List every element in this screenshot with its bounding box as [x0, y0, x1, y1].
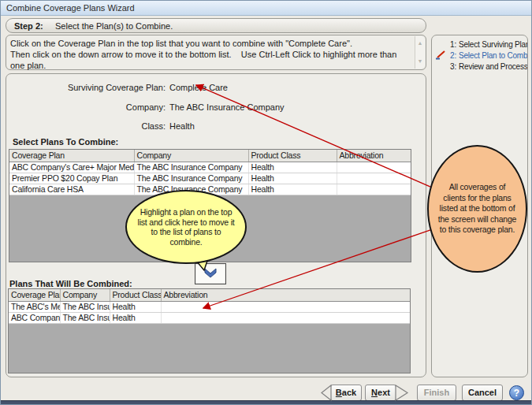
table-row[interactable]: ABC Company'sThe ABC InsuraHealth — [9, 312, 410, 323]
step-title: Select the Plan(s) to Combine. — [55, 19, 173, 34]
table-cell[interactable] — [337, 173, 411, 184]
table-cell[interactable]: The ABC's Med — [9, 301, 60, 312]
column-header[interactable]: Product Class — [248, 150, 337, 162]
finish-button: Finish — [417, 385, 456, 401]
note-balloon: All coverages of clients for the plans l… — [427, 145, 527, 273]
table-cell[interactable] — [337, 162, 411, 173]
window-title: Combine Coverage Plans Wizard — [6, 3, 135, 13]
table-row[interactable]: The ABC's MedThe ABC InsuraHealth — [9, 301, 410, 312]
table-cell[interactable]: Premier PPO $20 Copay Plan — [9, 173, 134, 184]
step-number-label: Step 2: — [14, 19, 43, 34]
bottom-table-title: Plans That Will Be Combined: — [9, 279, 132, 288]
step-3-label: Review and Process — [459, 62, 527, 71]
wizard-window: Combine Coverage Plans Wizard Step 2: Se… — [0, 0, 532, 405]
surviving-plan-value: Complete Care — [169, 83, 228, 92]
column-header[interactable]: Coverage Plan — [9, 289, 60, 301]
table-cell[interactable]: Health — [248, 162, 337, 173]
move-down-button[interactable] — [195, 263, 226, 284]
step-2-label: Select Plan to Combine — [459, 51, 527, 60]
table-cell[interactable]: California Care HSA — [9, 184, 134, 195]
table-cell[interactable]: The ABC Insurance Company — [134, 173, 248, 184]
chevron-down-icon — [202, 267, 219, 281]
top-table-title: Select Plans To Combine: — [13, 137, 118, 147]
table-cell[interactable]: The ABC Insura — [60, 301, 110, 312]
plans-combined-list[interactable]: Coverage PlanCompanyProduct ClassAbbrevi… — [8, 288, 411, 373]
titlebar: Combine Coverage Plans Wizard — [1, 1, 531, 16]
class-value: Health — [169, 121, 195, 131]
table-cell[interactable] — [337, 184, 411, 195]
column-header[interactable]: Coverage Plan — [9, 150, 134, 162]
instructions-line2: Then click on the down arrow to move it … — [10, 50, 399, 70]
table-cell[interactable]: Health — [248, 184, 337, 195]
window-bottom-border — [1, 400, 531, 404]
question-mark-icon: ? — [514, 388, 519, 399]
table-cell[interactable] — [161, 301, 410, 312]
next-arrow-shape-icon — [396, 385, 407, 400]
wizard-step-3: 3: Review and Process — [435, 61, 527, 71]
table-row[interactable]: Premier PPO $20 Copay PlanThe ABC Insura… — [9, 173, 411, 184]
company-value: The ABC Insurance Company — [169, 102, 285, 112]
company-row: Company:The ABC Insurance Company — [6, 102, 285, 113]
table-cell[interactable]: The ABC Insurance Company — [134, 162, 248, 173]
table-cell[interactable]: Health — [110, 301, 161, 312]
wizard-step-1: 1: Select Surviving Plan — [435, 39, 527, 49]
scroll-up-icon[interactable]: ▲ — [415, 38, 425, 49]
hint-bubble: Highlight a plan on the top list and cli… — [125, 190, 247, 264]
help-button[interactable]: ? — [509, 385, 524, 400]
pen-icon — [435, 50, 446, 60]
wizard-step-2-current: 2: Select Plan to Combine — [435, 50, 527, 60]
surviving-plan-row: Surviving Coverage Plan:Complete Care — [6, 83, 228, 93]
back-button[interactable]: Back — [330, 385, 362, 401]
column-header[interactable]: Product Class — [110, 289, 161, 301]
table-cell[interactable]: ABC Company's — [9, 312, 60, 323]
scroll-down-icon[interactable]: ▼ — [415, 56, 425, 67]
table-cell[interactable] — [161, 312, 410, 323]
step-header: Step 2: Select the Plan(s) to Combine. — [6, 18, 426, 33]
cancel-button[interactable]: Cancel — [462, 385, 503, 401]
table-header-row: Coverage PlanCompanyProduct ClassAbbrevi… — [9, 289, 410, 301]
instructions-scrollbar[interactable]: ▲▼ — [415, 36, 425, 69]
class-label: Class: — [8, 121, 166, 131]
table-cell[interactable]: The ABC Insura — [60, 312, 110, 323]
column-header[interactable]: Abbreviation — [161, 289, 410, 301]
class-row: Class:Health — [6, 121, 195, 132]
plans-to-combine-table[interactable]: Coverage PlanCompanyProduct ClassAbbrevi… — [9, 150, 411, 195]
table-row[interactable]: ABC Company's Care+ Major MedicalThe ABC… — [9, 162, 411, 173]
instructions-line1: Click on the Coverage Plan in the top li… — [10, 39, 352, 48]
instructions-box: Click on the Coverage Plan in the top li… — [6, 35, 426, 70]
table-cell[interactable]: ABC Company's Care+ Major Medical — [9, 162, 134, 173]
table-header-row: Coverage PlanCompanyProduct ClassAbbrevi… — [9, 150, 411, 162]
plans-combined-table[interactable]: Coverage PlanCompanyProduct ClassAbbrevi… — [9, 289, 411, 324]
table-cell[interactable]: Health — [248, 173, 337, 184]
column-header[interactable]: Company — [60, 289, 110, 301]
step-1-label: Select Surviving Plan — [459, 40, 527, 49]
surviving-plan-label: Surviving Coverage Plan: — [8, 83, 166, 92]
column-header[interactable]: Abbreviation — [337, 150, 411, 162]
next-button[interactable]: Next — [365, 385, 396, 401]
table-cell[interactable]: Health — [110, 312, 161, 323]
column-header[interactable]: Company — [134, 150, 248, 162]
company-label: Company: — [8, 102, 166, 112]
